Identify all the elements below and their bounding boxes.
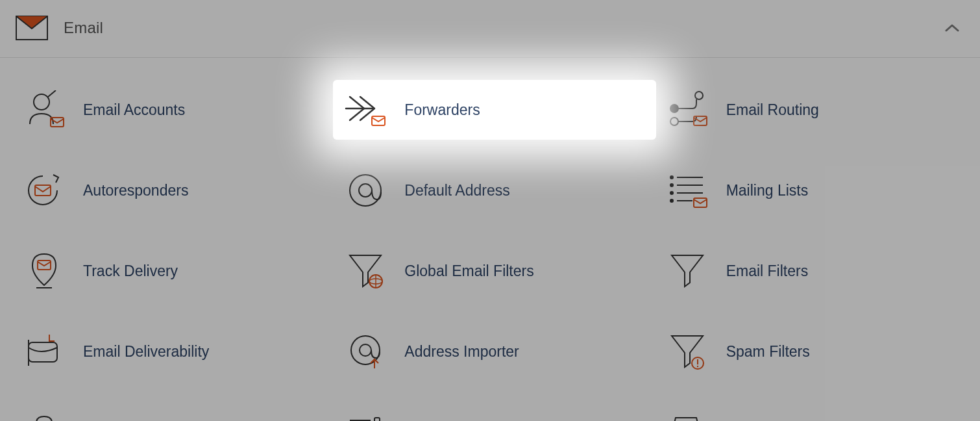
panel-header: Email bbox=[0, 0, 980, 58]
item-email-deliverability[interactable]: Email Deliverability bbox=[16, 325, 330, 377]
item-label: Spam Filters bbox=[726, 343, 810, 361]
svg-point-7 bbox=[670, 105, 678, 112]
item-label: Email Routing bbox=[726, 101, 819, 119]
item-label: Autoresponders bbox=[83, 182, 188, 199]
svg-point-6 bbox=[695, 92, 703, 99]
autoresponders-icon bbox=[23, 171, 65, 210]
svg-point-11 bbox=[350, 175, 381, 206]
spam-filters-icon bbox=[667, 332, 708, 371]
email-accounts-icon bbox=[23, 90, 65, 129]
svg-point-8 bbox=[670, 118, 678, 125]
configure-greylisting-icon bbox=[345, 413, 386, 421]
svg-rect-30 bbox=[29, 342, 57, 362]
item-label: Global Email Filters bbox=[404, 262, 533, 280]
item-label: Email Filters bbox=[726, 262, 809, 280]
item-track-delivery[interactable]: Track Delivery bbox=[16, 245, 330, 297]
email-items-grid: Email Accounts Forwarders bbox=[0, 58, 980, 421]
item-spam-filters[interactable]: Spam Filters bbox=[659, 325, 974, 377]
item-label: Track Delivery bbox=[83, 262, 178, 280]
svg-point-12 bbox=[359, 184, 372, 197]
mailing-lists-icon bbox=[667, 171, 708, 210]
svg-point-19 bbox=[670, 199, 673, 202]
panel-header-left: Email bbox=[16, 16, 103, 40]
item-autoresponders[interactable]: Autoresponders bbox=[16, 164, 330, 216]
address-importer-icon bbox=[345, 332, 386, 371]
item-global-email-filters[interactable]: Global Email Filters bbox=[337, 245, 652, 297]
collapse-toggle[interactable] bbox=[942, 18, 962, 38]
svg-point-1 bbox=[34, 94, 49, 110]
forwarders-icon bbox=[345, 90, 386, 129]
svg-point-17 bbox=[670, 192, 673, 194]
item-label: Default Address bbox=[404, 182, 509, 199]
svg-marker-24 bbox=[350, 255, 381, 287]
item-label: Email Accounts bbox=[83, 101, 185, 119]
svg-marker-28 bbox=[672, 255, 703, 287]
email-deliverability-icon bbox=[23, 332, 65, 371]
item-encryption[interactable]: Encryption bbox=[16, 406, 330, 421]
item-label: Forwarders bbox=[404, 101, 480, 119]
svg-rect-10 bbox=[35, 185, 51, 196]
item-address-importer[interactable]: Address Importer bbox=[337, 325, 652, 377]
svg-point-13 bbox=[670, 176, 673, 179]
svg-point-32 bbox=[360, 344, 371, 356]
track-delivery-icon bbox=[23, 251, 65, 290]
item-mailing-lists[interactable]: Mailing Lists bbox=[659, 164, 974, 216]
email-disk-usage-icon bbox=[667, 413, 708, 421]
svg-point-15 bbox=[670, 184, 673, 186]
email-panel: Email Email Accounts bbox=[0, 0, 980, 421]
item-email-disk-usage[interactable]: Email Disk Usage bbox=[659, 406, 974, 421]
panel-title: Email bbox=[64, 19, 103, 37]
item-label: Email Deliverability bbox=[83, 343, 209, 361]
svg-point-37 bbox=[696, 366, 698, 367]
svg-rect-42 bbox=[374, 418, 380, 421]
item-email-filters[interactable]: Email Filters bbox=[659, 245, 974, 297]
global-email-filters-icon bbox=[345, 251, 386, 290]
email-routing-icon bbox=[667, 90, 708, 129]
encryption-icon bbox=[23, 413, 65, 421]
email-section-icon bbox=[16, 16, 48, 40]
default-address-icon bbox=[345, 171, 386, 210]
svg-line-2 bbox=[48, 90, 56, 97]
email-filters-icon bbox=[667, 251, 708, 290]
item-configure-greylisting[interactable]: Configure Greylisting bbox=[337, 406, 652, 421]
item-label: Mailing Lists bbox=[726, 182, 809, 199]
item-email-routing[interactable]: Email Routing bbox=[659, 84, 974, 136]
item-default-address[interactable]: Default Address bbox=[337, 164, 652, 216]
item-email-accounts[interactable]: Email Accounts bbox=[16, 84, 330, 136]
item-forwarders[interactable]: Forwarders bbox=[333, 80, 655, 140]
item-label: Address Importer bbox=[404, 343, 519, 361]
